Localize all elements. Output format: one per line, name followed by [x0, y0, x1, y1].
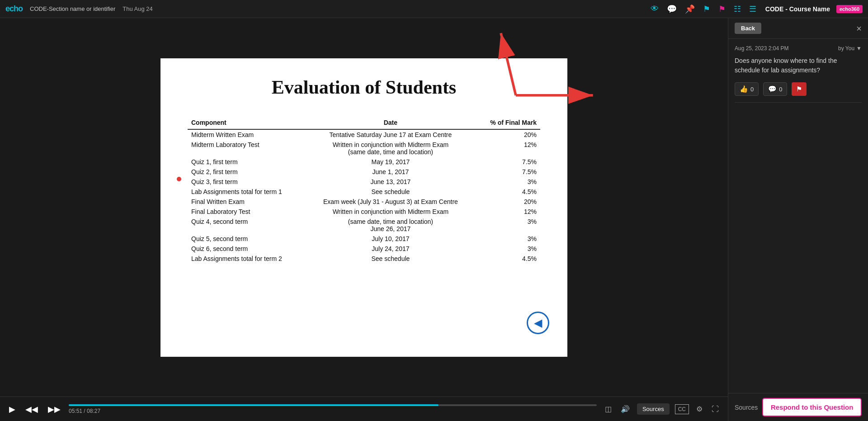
course-name: CODE - Course Name [765, 5, 830, 13]
cc-button[interactable]: CC [675, 404, 689, 414]
post-text: Does anyone know where to find the sched… [735, 56, 862, 75]
table-row: Quiz 3, first term June 13, 2017 3% [188, 177, 540, 187]
comment-icon: 💬 [768, 85, 777, 93]
table-row: Quiz 4, second term (same date, time and… [188, 217, 540, 234]
chat-icon[interactable]: 💬 [667, 4, 677, 14]
bookmark-post-button[interactable]: ⚑ [792, 82, 807, 96]
back-button[interactable]: Back [735, 23, 761, 34]
layers-icon[interactable]: ☷ [734, 4, 741, 14]
close-button[interactable]: × [856, 24, 862, 33]
table-row: Quiz 2, first term June 1, 2017 7.5% [188, 167, 540, 177]
echo-logo[interactable]: echo [5, 4, 23, 14]
table-row: Lab Assignments total for term 1 See sch… [188, 187, 540, 197]
like-button[interactable]: 👍 0 [735, 82, 759, 96]
right-panel: Back × Aug 25, 2023 2:04 PM by You ▼ Doe… [728, 18, 868, 421]
divider [735, 102, 862, 103]
progress-bar-fill [69, 404, 439, 406]
sources-link[interactable]: Sources [735, 404, 758, 411]
progress-area: 05:51 / 08:27 [69, 404, 597, 414]
table-row: Quiz 1, first term May 19, 2017 7.5% [188, 157, 540, 167]
play-button[interactable]: ▶ [7, 402, 17, 416]
bookmark-icon[interactable]: 👁 [651, 4, 659, 14]
topbar: echo CODE-Section name or identifier Thu… [0, 0, 868, 18]
menu-icon[interactable]: ☰ [749, 4, 756, 14]
slide: Evaluation of Students Component Date % … [160, 58, 567, 357]
table-row: Quiz 6, second term July 24, 2017 3% [188, 244, 540, 254]
post-actions: 👍 0 💬 0 ⚑ [735, 82, 862, 96]
post-date: Aug 25, 2023 2:04 PM [735, 45, 788, 52]
controls-bar: ▶ ◀◀ ▶▶ 05:51 / 08:27 ◫ 🔊 Sources CC ⚙ ⛶ [0, 397, 728, 421]
respond-area: Sources Respond to this Question [728, 393, 868, 421]
section-name: CODE-Section name or identifier [30, 5, 115, 12]
table-row: Final Laboratory Test Written in conjunc… [188, 207, 540, 217]
table-row: Midterm Written Exam Tentative Saturday … [188, 129, 540, 140]
chevron-down-icon: ▼ [856, 45, 862, 52]
brand-label: echo360 [836, 5, 863, 13]
prev-slide-button[interactable]: ◀ [527, 312, 549, 334]
table-row: Quiz 5, second term July 10, 2017 3% [188, 234, 540, 244]
like-count: 0 [750, 86, 754, 93]
main-area: Evaluation of Students Component Date % … [0, 18, 868, 421]
forward-button[interactable]: ▶▶ [46, 402, 62, 416]
col-component: Component [188, 116, 305, 129]
table-row: Midterm Laboratory Test Written in conju… [188, 140, 540, 157]
slide-container: Evaluation of Students Component Date % … [0, 18, 728, 397]
toolbar-icons: 👁 💬 📌 ⚑ ⚑ ☷ ☰ [651, 4, 756, 14]
post-by[interactable]: by You ▼ [838, 45, 862, 52]
comment-button[interactable]: 💬 0 [763, 82, 787, 96]
thumbs-up-icon: 👍 [740, 85, 748, 93]
panel-content: Aug 25, 2023 2:04 PM by You ▼ Does anyon… [728, 39, 868, 393]
post-by-label: by You [838, 45, 854, 52]
ctrl-right-group: ◫ 🔊 Sources CC ⚙ ⛶ [603, 403, 721, 415]
post-meta: Aug 25, 2023 2:04 PM by You ▼ [735, 45, 862, 52]
fullscreen-icon[interactable]: ⛶ [710, 403, 721, 415]
sources-button[interactable]: Sources [637, 403, 670, 415]
slide-title: Evaluation of Students [188, 76, 540, 98]
time-label: 05:51 / 08:27 [69, 408, 597, 414]
rewind-button[interactable]: ◀◀ [24, 402, 40, 416]
col-mark: % of Final Mark [476, 116, 540, 129]
panel-header: Back × [728, 18, 868, 39]
respond-button[interactable]: Respond to this Question [762, 398, 862, 416]
volume-icon[interactable]: 🔊 [619, 403, 632, 415]
date-label: Thu Aug 24 [123, 5, 153, 12]
comment-count: 0 [779, 86, 782, 93]
video-area: Evaluation of Students Component Date % … [0, 18, 728, 421]
pin-icon[interactable]: 📌 [685, 4, 695, 14]
screen-icon[interactable]: ◫ [603, 403, 613, 415]
col-date: Date [305, 116, 476, 129]
table-row: Lab Assignments total for term 2 See sch… [188, 254, 540, 264]
annotation-dot [177, 177, 181, 181]
table-row: Final Written Exam Exam week (July 31 - … [188, 197, 540, 207]
progress-bar-bg[interactable] [69, 404, 597, 406]
settings-icon[interactable]: ⚙ [694, 403, 704, 415]
flag-icon[interactable]: ⚑ [718, 4, 726, 14]
bookmark2-icon[interactable]: ⚑ [703, 4, 710, 14]
slide-table: Component Date % of Final Mark Midterm W… [188, 116, 540, 264]
